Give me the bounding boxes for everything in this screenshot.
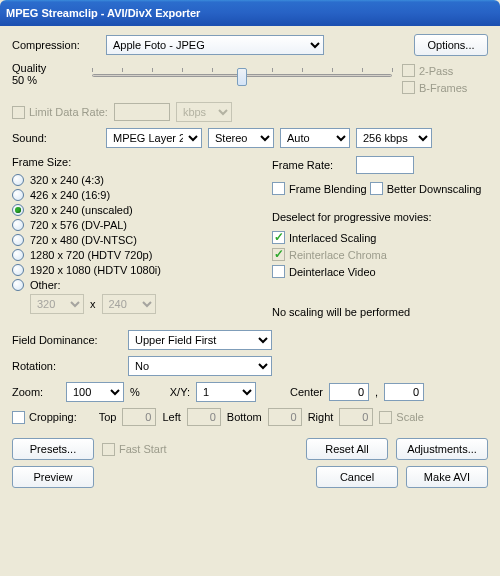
quality-label: Quality xyxy=(12,62,82,74)
bframes-checkbox: B-Frames xyxy=(402,81,488,94)
limit-data-rate-checkbox: Limit Data Rate: xyxy=(12,106,108,119)
make-avi-button[interactable]: Make AVI xyxy=(406,466,488,488)
compression-select[interactable]: Apple Foto - JPEG xyxy=(106,35,324,55)
frame-size-option[interactable]: 1920 x 1080 (HDTV 1080i) xyxy=(12,264,262,276)
zoom-select[interactable]: 100 xyxy=(66,382,124,402)
fast-start-checkbox: Fast Start xyxy=(102,443,167,456)
adjustments-button[interactable]: Adjustments... xyxy=(396,438,488,460)
frame-size-option-label: 1920 x 1080 (HDTV 1080i) xyxy=(30,264,161,276)
center-y-input[interactable] xyxy=(384,383,424,401)
frame-size-option-label: 1280 x 720 (HDTV 720p) xyxy=(30,249,152,261)
sound-rate-select[interactable]: Auto xyxy=(280,128,350,148)
center-label: Center xyxy=(290,386,323,398)
percent-label: % xyxy=(130,386,140,398)
frame-size-option-label: 720 x 480 (DV-NTSC) xyxy=(30,234,137,246)
center-x-input[interactable] xyxy=(329,383,369,401)
data-rate-unit-select: kbps xyxy=(176,102,232,122)
sound-channels-select[interactable]: Stereo xyxy=(208,128,274,148)
radio-icon xyxy=(12,249,24,261)
frame-size-option-label: 720 x 576 (DV-PAL) xyxy=(30,219,127,231)
interlaced-scaling-checkbox[interactable]: Interlaced Scaling xyxy=(272,231,376,244)
better-downscaling-checkbox[interactable]: Better Downscaling xyxy=(370,182,482,195)
frame-size-option[interactable]: 426 x 240 (16:9) xyxy=(12,189,262,201)
reinterlace-chroma-checkbox: Reinterlace Chroma xyxy=(272,248,387,261)
xy-select[interactable]: 1 xyxy=(196,382,256,402)
sound-bitrate-select[interactable]: 256 kbps xyxy=(356,128,432,148)
radio-icon xyxy=(12,189,24,201)
radio-icon xyxy=(12,279,24,291)
sound-label: Sound: xyxy=(12,132,100,144)
frame-rate-label: Frame Rate: xyxy=(272,159,350,171)
window-titlebar: MPEG Streamclip - AVI/DivX Exporter xyxy=(0,0,500,26)
field-dominance-label: Field Dominance: xyxy=(12,334,122,346)
custom-width-select: 320 xyxy=(30,294,84,314)
radio-icon xyxy=(12,174,24,186)
crop-top-input xyxy=(122,408,156,426)
no-scaling-text: No scaling will be performed xyxy=(272,306,488,318)
crop-bottom-label: Bottom xyxy=(227,411,262,423)
frame-size-option[interactable]: 720 x 576 (DV-PAL) xyxy=(12,219,262,231)
crop-left-input xyxy=(187,408,221,426)
crop-bottom-input xyxy=(268,408,302,426)
reset-all-button[interactable]: Reset All xyxy=(306,438,388,460)
deinterlace-video-checkbox[interactable]: Deinterlace Video xyxy=(272,265,376,278)
quality-slider[interactable] xyxy=(92,66,392,88)
zoom-label: Zoom: xyxy=(12,386,60,398)
frame-size-option[interactable]: 320 x 240 (unscaled) xyxy=(12,204,262,216)
data-rate-input xyxy=(114,103,170,121)
two-pass-checkbox: 2-Pass xyxy=(402,64,488,77)
frame-blending-checkbox[interactable]: Frame Blending xyxy=(272,182,367,195)
preview-button[interactable]: Preview xyxy=(12,466,94,488)
sound-codec-select[interactable]: MPEG Layer 2 xyxy=(106,128,202,148)
compression-label: Compression: xyxy=(12,39,100,51)
center-sep: , xyxy=(375,386,378,398)
frame-size-option-label: 426 x 240 (16:9) xyxy=(30,189,110,201)
radio-icon xyxy=(12,204,24,216)
frame-size-label: Frame Size: xyxy=(12,156,262,168)
field-dominance-select[interactable]: Upper Field First xyxy=(128,330,272,350)
frame-size-option[interactable]: Other: xyxy=(12,279,262,291)
crop-left-label: Left xyxy=(162,411,180,423)
scale-checkbox: Scale xyxy=(379,411,424,424)
frame-size-option[interactable]: 320 x 240 (4:3) xyxy=(12,174,262,186)
quality-value: 50 % xyxy=(12,74,82,86)
rotation-select[interactable]: No xyxy=(128,356,272,376)
frame-size-option-label: 320 x 240 (unscaled) xyxy=(30,204,133,216)
radio-icon xyxy=(12,219,24,231)
frame-size-option[interactable]: 720 x 480 (DV-NTSC) xyxy=(12,234,262,246)
xy-label: X/Y: xyxy=(170,386,190,398)
window-title: MPEG Streamclip - AVI/DivX Exporter xyxy=(6,7,200,19)
rotation-label: Rotation: xyxy=(12,360,122,372)
cropping-checkbox[interactable]: Cropping: xyxy=(12,411,77,424)
cancel-button[interactable]: Cancel xyxy=(316,466,398,488)
frame-rate-input[interactable] xyxy=(356,156,414,174)
radio-icon xyxy=(12,234,24,246)
options-button[interactable]: Options... xyxy=(414,34,488,56)
presets-button[interactable]: Presets... xyxy=(12,438,94,460)
frame-size-option-label: Other: xyxy=(30,279,61,291)
deselect-heading: Deselect for progressive movies: xyxy=(272,211,488,223)
custom-height-select: 240 xyxy=(102,294,156,314)
radio-icon xyxy=(12,264,24,276)
crop-right-input xyxy=(339,408,373,426)
crop-top-label: Top xyxy=(99,411,117,423)
crop-right-label: Right xyxy=(308,411,334,423)
x-label: x xyxy=(90,298,96,310)
frame-size-option-label: 320 x 240 (4:3) xyxy=(30,174,104,186)
frame-size-option[interactable]: 1280 x 720 (HDTV 720p) xyxy=(12,249,262,261)
